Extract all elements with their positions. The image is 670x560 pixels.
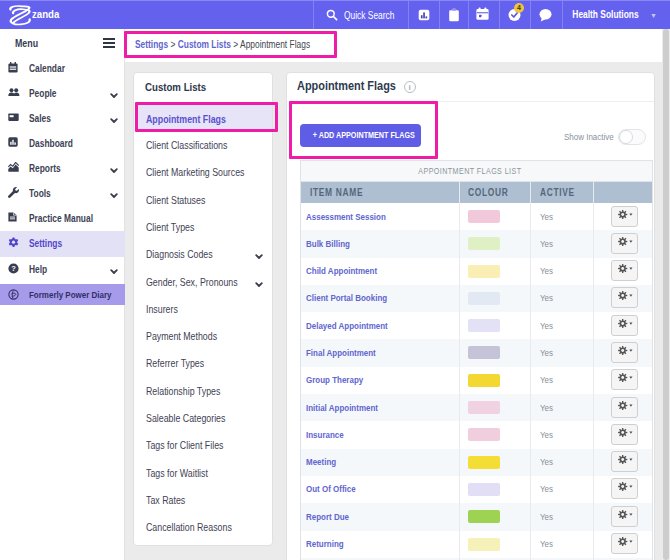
svg-text:?: ? <box>11 264 16 273</box>
